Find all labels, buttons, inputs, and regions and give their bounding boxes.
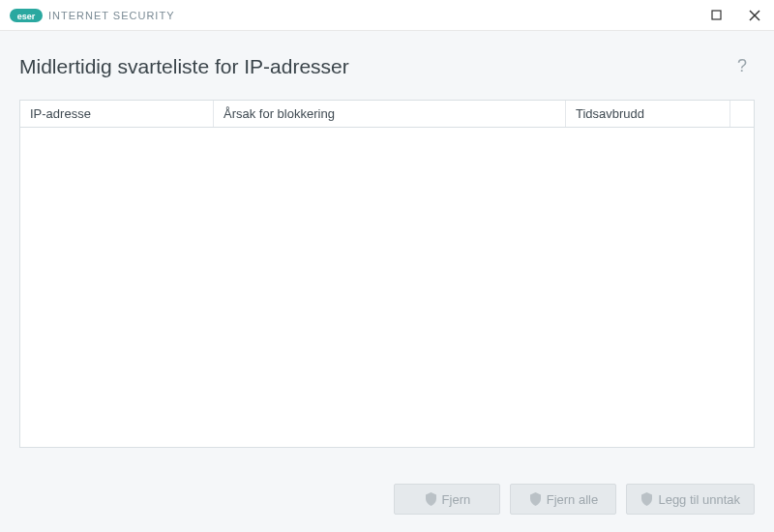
shield-icon <box>640 492 653 506</box>
product-name: INTERNET SECURITY <box>48 10 174 21</box>
help-icon: ? <box>737 56 747 75</box>
table-header-row: IP-adresse Årsak for blokkering Tidsavbr… <box>20 101 754 128</box>
remove-all-button[interactable]: Fjern alle <box>510 484 616 515</box>
svg-text:eser: eser <box>17 11 36 20</box>
shield-icon <box>529 492 542 506</box>
titlebar: eser INTERNET SECURITY <box>0 0 774 31</box>
remove-button[interactable]: Fjern <box>394 484 500 515</box>
table-body <box>20 128 754 447</box>
maximize-icon <box>711 10 722 20</box>
page-title: Midlertidig svarteliste for IP-adresser <box>19 55 349 78</box>
close-button[interactable] <box>735 0 774 31</box>
eset-logo-icon: eser <box>10 9 43 22</box>
help-button[interactable]: ? <box>729 52 755 80</box>
content-area: IP-adresse Årsak for blokkering Tidsavbr… <box>0 88 774 448</box>
column-header-timeout[interactable]: Tidsavbrudd <box>566 101 730 127</box>
close-icon <box>749 10 760 21</box>
blacklist-table: IP-adresse Årsak for blokkering Tidsavbr… <box>19 100 755 448</box>
add-exception-button[interactable]: Legg til unntak <box>626 484 755 515</box>
column-header-extra <box>730 101 754 127</box>
column-header-ip[interactable]: IP-adresse <box>20 101 214 127</box>
svg-rect-2 <box>712 11 721 19</box>
shield-icon <box>425 492 437 506</box>
page-header: Midlertidig svarteliste for IP-adresser … <box>0 31 774 88</box>
maximize-button[interactable] <box>697 0 735 31</box>
add-exception-button-label: Legg til unntak <box>658 492 740 507</box>
footer-actions: Fjern Fjern alle Legg til unntak <box>0 472 774 532</box>
brand-logo: eser INTERNET SECURITY <box>10 9 174 22</box>
remove-all-button-label: Fjern alle <box>547 492 598 507</box>
column-header-reason[interactable]: Årsak for blokkering <box>214 101 566 127</box>
remove-button-label: Fjern <box>442 492 471 507</box>
